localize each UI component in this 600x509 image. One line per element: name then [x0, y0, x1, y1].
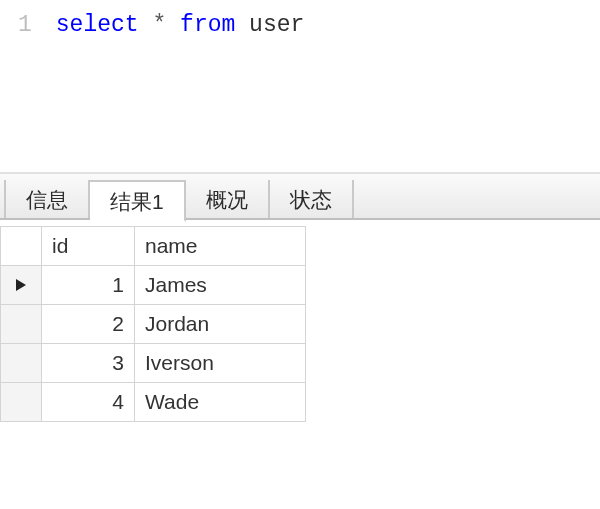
tab-label: 概况 — [206, 188, 248, 211]
tab-profile[interactable]: 概况 — [186, 180, 270, 218]
results-grid-wrap: id name 1 James 2 Jordan 3 Iverson — [0, 220, 600, 422]
sql-editor[interactable]: 1 select * from user — [0, 0, 600, 172]
table-row[interactable]: 3 Iverson — [1, 344, 306, 383]
header-row: id name — [1, 227, 306, 266]
table-row[interactable]: 4 Wade — [1, 383, 306, 422]
keyword-select: select — [56, 12, 139, 38]
cell-name[interactable]: Iverson — [135, 344, 306, 383]
cell-id[interactable]: 2 — [42, 305, 135, 344]
column-header-name[interactable]: name — [135, 227, 306, 266]
tab-info[interactable]: 信息 — [4, 180, 90, 218]
cell-name[interactable]: Jordan — [135, 305, 306, 344]
table-row[interactable]: 2 Jordan — [1, 305, 306, 344]
cell-name[interactable]: Wade — [135, 383, 306, 422]
identifier-user: user — [249, 12, 304, 38]
svg-marker-0 — [16, 279, 26, 291]
row-header — [1, 383, 42, 422]
star-token: * — [152, 12, 166, 38]
column-header-id[interactable]: id — [42, 227, 135, 266]
results-grid[interactable]: id name 1 James 2 Jordan 3 Iverson — [0, 226, 306, 422]
results-tabbar: 信息 结果1 概况 状态 — [0, 172, 600, 220]
line-number-gutter: 1 — [18, 10, 32, 172]
cell-id[interactable]: 4 — [42, 383, 135, 422]
row-header — [1, 305, 42, 344]
line-number: 1 — [18, 12, 32, 38]
tab-label: 结果1 — [110, 190, 164, 213]
tab-label: 状态 — [290, 188, 332, 211]
table-row[interactable]: 1 James — [1, 266, 306, 305]
tab-label: 信息 — [26, 188, 68, 211]
tab-result1[interactable]: 结果1 — [90, 180, 186, 222]
row-header — [1, 344, 42, 383]
row-header-blank — [1, 227, 42, 266]
cell-name[interactable]: James — [135, 266, 306, 305]
keyword-from: from — [180, 12, 235, 38]
cell-id[interactable]: 3 — [42, 344, 135, 383]
tab-status[interactable]: 状态 — [270, 180, 354, 218]
cell-id[interactable]: 1 — [42, 266, 135, 305]
sql-code[interactable]: select * from user — [56, 10, 305, 172]
current-row-indicator-icon — [1, 266, 42, 305]
